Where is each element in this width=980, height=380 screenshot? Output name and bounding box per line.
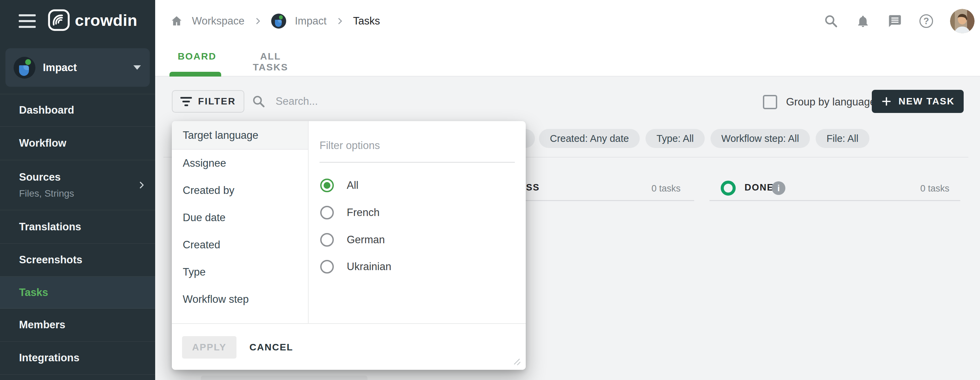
filter-category-created[interactable]: Created [172, 231, 308, 259]
sidebar-item-screenshots[interactable]: Screenshots [0, 243, 155, 277]
notifications-bell-icon[interactable] [856, 14, 870, 29]
plus-icon [881, 96, 892, 107]
tab-all-tasks[interactable]: ALL TASKS [242, 51, 299, 73]
group-by-language-toggle[interactable]: Group by language [763, 95, 876, 109]
tab-board[interactable]: BOARD [172, 51, 222, 73]
resize-handle[interactable] [511, 356, 522, 366]
filter-category-workflow-step[interactable]: Workflow step [172, 286, 308, 313]
task-search [252, 90, 453, 113]
filter-category-created-by[interactable]: Created by [172, 177, 308, 204]
column-title-fragment: SS [526, 182, 540, 193]
crowdin-logo[interactable]: crowdin [48, 9, 137, 31]
topbar-actions: ? [824, 8, 975, 34]
crowdin-logo-mark [48, 9, 70, 31]
group-by-language-label: Group by language [786, 96, 876, 108]
chip-type[interactable]: Type: All [646, 129, 705, 148]
chip-file[interactable]: File: All [816, 129, 869, 148]
project-avatar [14, 57, 35, 79]
sources-subtitle: Files, Strings [19, 188, 74, 199]
sidebar: crowdin Impact Dashboard Workflow Source… [0, 0, 155, 380]
hamburger-menu-icon[interactable] [19, 14, 36, 28]
option-german[interactable]: German [320, 232, 385, 247]
help-icon[interactable]: ? [920, 14, 933, 28]
filter-category-target-language[interactable]: Target language [172, 121, 308, 150]
input-underline [320, 162, 515, 163]
messages-chat-icon[interactable] [888, 14, 902, 29]
view-tabs: BOARD ALL TASKS [172, 51, 299, 73]
breadcrumb: Workspace Impact Tasks [170, 10, 380, 33]
option-all[interactable]: All [320, 178, 358, 193]
option-french[interactable]: French [320, 205, 379, 220]
group-by-language-checkbox[interactable] [763, 95, 777, 109]
new-task-button[interactable]: NEW TASK [872, 90, 964, 113]
chip-created[interactable]: Created: Any date [539, 129, 640, 148]
sidebar-item-members[interactable]: Members [0, 308, 155, 342]
sidebar-item-sources[interactable]: Sources Files, Strings [0, 160, 155, 210]
filter-icon [180, 97, 192, 106]
column-task-count: 0 tasks [905, 183, 950, 194]
filter-dropdown-panel: Target language Assignee Created by Due … [172, 121, 526, 370]
radio-selected-icon[interactable] [320, 179, 334, 192]
breadcrumb-project-avatar [271, 14, 286, 29]
done-status-ring-icon [721, 181, 736, 196]
apply-button[interactable]: APPLY [182, 336, 237, 359]
home-icon[interactable] [170, 14, 183, 27]
column-underline [710, 200, 960, 201]
chevron-right-icon [137, 180, 146, 190]
search-icon [252, 95, 266, 108]
filter-category-type[interactable]: Type [172, 259, 308, 286]
column-underline [511, 200, 694, 201]
sidebar-item-integrations[interactable]: Integrations [0, 342, 155, 375]
filter-panel-footer: APPLY CANCEL [172, 323, 526, 370]
sidebar-item-workflow[interactable]: Workflow [0, 127, 155, 160]
info-icon[interactable]: i [772, 181, 785, 195]
breadcrumb-current-tasks: Tasks [353, 15, 380, 27]
chevron-right-icon [253, 17, 262, 25]
chevron-down-icon [134, 65, 141, 70]
search-icon[interactable] [824, 14, 838, 29]
sidebar-item-dashboard[interactable]: Dashboard [0, 94, 155, 127]
crowdin-tasks-page: crowdin Impact Dashboard Workflow Source… [0, 0, 980, 380]
active-tab-indicator [169, 72, 221, 76]
breadcrumb-project[interactable]: Impact [295, 15, 327, 27]
filter-button[interactable]: FILTER [172, 90, 244, 113]
chip-workflow-step[interactable]: Workflow step: All [711, 129, 810, 148]
filter-options-pane: All French German Ukrainian [309, 121, 526, 323]
column-task-count: 0 tasks [636, 183, 681, 194]
radio-icon[interactable] [320, 206, 334, 219]
chevron-right-icon [336, 17, 344, 25]
hidden-card-edge [201, 375, 368, 380]
project-name: Impact [43, 62, 134, 74]
search-input[interactable] [275, 95, 453, 108]
breadcrumb-workspace[interactable]: Workspace [192, 15, 245, 27]
filter-chips: Created: Any date Type: All Workflow ste… [539, 129, 869, 148]
filter-category-due-date[interactable]: Due date [172, 204, 308, 231]
project-selector[interactable]: Impact [5, 48, 150, 87]
cancel-button[interactable]: CANCEL [250, 336, 293, 359]
filter-category-assignee[interactable]: Assignee [172, 150, 308, 177]
radio-icon[interactable] [320, 260, 334, 273]
column-title-done: DONE [745, 182, 774, 193]
crowdin-wordmark: crowdin [75, 11, 137, 30]
sidebar-item-translations[interactable]: Translations [0, 210, 155, 243]
filter-options-input[interactable] [320, 140, 503, 152]
filter-category-list: Target language Assignee Created by Due … [172, 121, 309, 323]
radio-icon[interactable] [320, 233, 334, 246]
option-ukrainian[interactable]: Ukrainian [320, 259, 391, 274]
sidebar-item-tasks[interactable]: Tasks [0, 277, 155, 308]
user-avatar[interactable] [950, 9, 975, 33]
sidebar-nav: Dashboard Workflow Sources Files, String… [0, 94, 155, 375]
